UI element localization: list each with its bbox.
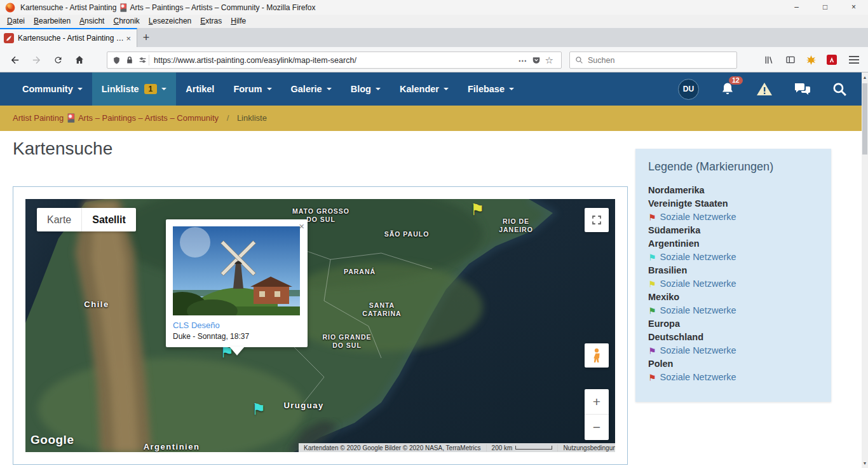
map-label-santa-catarina: SANTA CATARINA	[362, 301, 401, 318]
scrollbar-down-arrow[interactable]: ▼	[862, 458, 868, 468]
flag-icon	[648, 280, 656, 289]
browser-tab-active[interactable]: Kartensuche - Artist Painting 🎴 ×	[0, 28, 137, 47]
search-icon	[575, 56, 583, 64]
user-avatar[interactable]: DU	[678, 79, 699, 100]
home-button[interactable]	[71, 52, 88, 67]
site-navbar: Community Linkliste 1 Artikel Forum Gale…	[0, 72, 862, 106]
legend-link-row: Soziale Netzwerke	[648, 251, 818, 264]
map-type-satellit-button[interactable]: Satellit	[81, 208, 135, 231]
menu-datei[interactable]: Datei	[3, 15, 29, 28]
legend-link[interactable]: Soziale Netzwerke	[660, 304, 736, 317]
lock-icon[interactable]	[126, 56, 133, 64]
legend-link-row: Soziale Netzwerke	[648, 210, 818, 224]
scrollbar-thumb[interactable]	[862, 83, 867, 155]
permissions-icon[interactable]	[139, 56, 147, 64]
nav-item-community[interactable]: Community	[13, 72, 92, 106]
pegman-streetview-control[interactable]	[585, 343, 609, 368]
page-actions-icon[interactable]: ⋯	[514, 55, 532, 65]
nav-item-galerie[interactable]: Galerie	[281, 72, 341, 106]
window-close-button[interactable]: ×	[839, 0, 868, 15]
map-info-window: ×	[166, 219, 308, 347]
nav-item-forum[interactable]: Forum	[224, 72, 281, 106]
map-label-rio-grande-do-sul: RIO GRANDE DO SUL	[322, 333, 371, 350]
legend-link[interactable]: Soziale Netzwerke	[660, 344, 736, 357]
map-marker-flag-yellow[interactable]: ⚑	[470, 202, 484, 217]
conversations-chat-icon[interactable]	[794, 81, 811, 97]
legend-link-row: Soziale Netzwerke	[648, 277, 818, 291]
browser-search-input[interactable]	[588, 56, 731, 65]
extension-star-icon[interactable]	[803, 52, 819, 67]
legend-link[interactable]: Soziale Netzwerke	[660, 277, 736, 291]
nav-item-kalender[interactable]: Kalender	[390, 72, 458, 106]
browser-search-bar[interactable]	[569, 52, 737, 69]
sidebar-icon[interactable]	[782, 52, 799, 67]
menu-hilfe[interactable]: Hilfe	[226, 15, 250, 28]
back-button[interactable]	[6, 52, 23, 67]
menu-lesezeichen[interactable]: Lesezeichen	[144, 15, 196, 28]
legend-link[interactable]: Soziale Netzwerke	[660, 371, 736, 384]
site-search-icon[interactable]	[832, 81, 848, 97]
legend-country: Deutschland	[648, 331, 818, 344]
google-map[interactable]: MATO GROSSO DO SUL SÃO PAULO RIO DE JANE…	[25, 199, 615, 452]
chevron-down-icon	[161, 88, 166, 90]
legend-country: Polen	[648, 357, 818, 371]
legend-country: Vereinigte Staaten	[648, 197, 818, 210]
nav-item-linkliste[interactable]: Linkliste 1	[92, 72, 177, 106]
menu-chronik[interactable]: Chronik	[109, 15, 144, 28]
map-label-rio-de-janeiro: RIO DE JANEIRO	[499, 217, 533, 234]
scrollbar-up-arrow[interactable]: ▲	[862, 72, 868, 82]
menu-hamburger-icon[interactable]	[846, 52, 862, 67]
url-bar[interactable]: https://www.artist-painting.com/easylink…	[107, 52, 562, 69]
library-icon[interactable]	[761, 52, 777, 67]
tab-close-icon[interactable]: ×	[124, 34, 133, 43]
bookmark-star-icon[interactable]: ☆	[541, 55, 556, 66]
new-tab-button[interactable]: +	[137, 29, 155, 47]
tracking-protection-icon[interactable]	[112, 56, 121, 65]
breadcrumb-home-link[interactable]: Artist Painting 🎴 Arts – Paintings – Art…	[13, 113, 219, 123]
legend-link[interactable]: Soziale Netzwerke	[660, 251, 736, 264]
zoom-in-button[interactable]: +	[585, 389, 609, 415]
map-scale-control: 200 km	[487, 444, 559, 451]
breadcrumb-current: Linkliste	[237, 113, 267, 123]
legend-region: Europa	[648, 317, 818, 331]
windmill-photo[interactable]	[173, 226, 300, 315]
menu-bearbeiten[interactable]: Bearbeiten	[29, 15, 75, 28]
url-text[interactable]: https://www.artist-painting.com/easylink…	[154, 56, 514, 65]
map-type-karte-button[interactable]: Karte	[37, 208, 81, 231]
nav-item-filebase[interactable]: Filebase	[458, 72, 524, 106]
map-label-chile: Chile	[84, 300, 109, 308]
map-fullscreen-button[interactable]	[585, 208, 609, 232]
nav-item-blog[interactable]: Blog	[341, 72, 390, 106]
map-terms-link[interactable]: Nutzungsbedingungen	[558, 444, 615, 451]
menu-ansicht[interactable]: Ansicht	[75, 15, 109, 28]
adobe-acrobat-icon[interactable]	[824, 52, 840, 67]
satellite-imagery	[25, 199, 615, 452]
zoom-out-button[interactable]: −	[585, 415, 609, 440]
tab-title: Kartensuche - Artist Painting 🎴	[18, 34, 124, 43]
map-marker-flag-cyan[interactable]: ⚑	[252, 401, 266, 417]
menu-extras[interactable]: Extras	[196, 15, 226, 28]
reload-button[interactable]	[50, 52, 66, 67]
forward-button[interactable]	[28, 52, 44, 67]
close-icon[interactable]: ×	[299, 221, 304, 231]
notifications-bell-icon[interactable]: 12	[720, 81, 735, 97]
pocket-icon[interactable]	[532, 56, 541, 65]
flag-icon	[648, 373, 656, 382]
chevron-down-icon	[444, 88, 449, 90]
window-maximize-button[interactable]: □	[811, 0, 839, 15]
map-panel: MATO GROSSO DO SUL SÃO PAULO RIO DE JANE…	[13, 186, 628, 465]
map-scale-label: 200 km	[492, 444, 513, 451]
info-window-title-link[interactable]: CLS Deseño	[173, 320, 301, 330]
moderation-warning-icon[interactable]	[756, 81, 773, 97]
map-attribution-text: Kartendaten © 2020 Google Bilder © 2020 …	[299, 444, 487, 451]
flag-icon	[648, 347, 656, 355]
legend-country: Mexiko	[648, 291, 818, 304]
legend-link[interactable]: Soziale Netzwerke	[660, 210, 736, 224]
nav-item-artikel[interactable]: Artikel	[176, 72, 224, 106]
page-scrollbar[interactable]: ▲ ▼	[862, 72, 868, 468]
window-minimize-button[interactable]: –	[782, 0, 811, 15]
legend-title: Legende (Markierungen)	[648, 160, 818, 174]
legend-region: Südamerika	[648, 224, 818, 237]
browser-toolbar: https://www.artist-painting.com/easylink…	[0, 47, 868, 72]
google-logo: Google	[31, 433, 74, 447]
